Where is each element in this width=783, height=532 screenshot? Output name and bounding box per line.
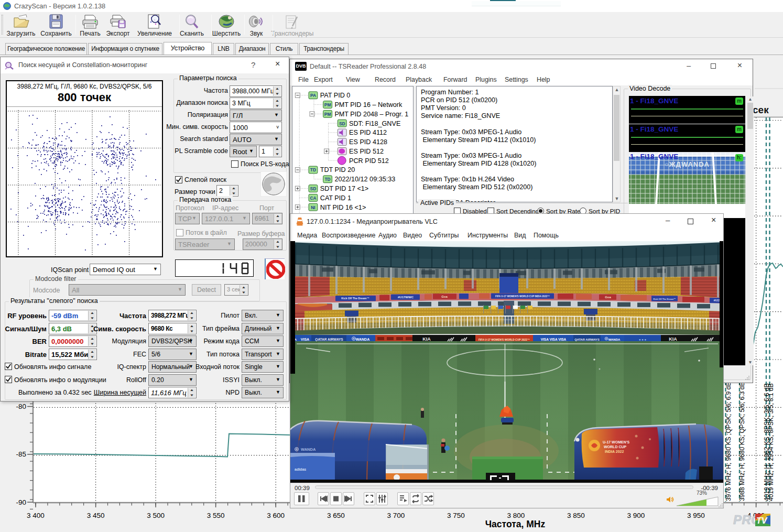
svg-text:ES PID 4128: ES PID 4128 <box>349 138 387 146</box>
svg-text:ES PID 512: ES PID 512 <box>349 148 384 155</box>
svg-text:VISA VISA VISA: VISA VISA VISA <box>541 338 567 341</box>
svg-text:2022/10/12 09:35:33: 2022/10/12 09:35:33 <box>334 176 395 183</box>
svg-text:SD: SD <box>310 186 317 191</box>
svg-text:3 450: 3 450 <box>87 512 105 519</box>
svg-text:NIT PID 16 <1>: NIT PID 16 <1> <box>320 204 366 211</box>
svg-text:Goa: Goa <box>605 296 611 299</box>
svg-text:U-17 WOMEN'S: U-17 WOMEN'S <box>603 440 629 444</box>
svg-text:PMT PID 2048 – Progr. 1: PMT PID 2048 – Progr. 1 <box>334 111 408 118</box>
svg-text:QATAR AIRWAYS: QATAR AIRWAYS <box>574 338 600 341</box>
svg-text:CAT PID 1: CAT PID 1 <box>320 194 351 202</box>
svg-text:NI: NI <box>311 205 315 210</box>
svg-text:SDT: Fi18_GNVE: SDT: Fi18_GNVE <box>349 120 400 127</box>
svg-text:Goa: Goa <box>441 295 448 298</box>
svg-text:3 800: 3 800 <box>507 512 525 519</box>
svg-text:CA: CA <box>310 196 316 201</box>
svg-text:PM: PM <box>324 112 331 117</box>
svg-text:WANDA: WANDA <box>356 338 369 341</box>
svg-text:Частота, MHz: Частота, MHz <box>485 519 546 529</box>
svg-text:QATAR AIRWAYS: QATAR AIRWAYS <box>315 338 343 342</box>
svg-text:PM: PM <box>324 102 331 107</box>
svg-text:WANDA: WANDA <box>608 338 621 341</box>
svg-text:3 550: 3 550 <box>207 512 225 519</box>
svg-text:#U17WWC: #U17WWC <box>398 296 414 299</box>
svg-text:Kick Off The Dream™: Kick Off The Dream™ <box>341 297 369 300</box>
svg-text:3988 MHz; H; 9680 KS; QPSK; 5/: 3988 MHz; H; 9680 KS; QPSK; 5/6; 6.3 dB <box>738 382 746 501</box>
svg-text:3 600: 3 600 <box>267 512 285 519</box>
svg-text:FIFA U-17 WOMEN'S WORLD CUP 20: FIFA U-17 WOMEN'S WORLD CUP 2022™ <box>478 338 530 341</box>
svg-text:3 850: 3 850 <box>567 512 585 519</box>
svg-text:3976 MHz; H; 9680 KS ;QPSK; 5/: 3976 MHz; H; 9680 KS ;QPSK; 5/6; 6.9 dB <box>725 382 732 501</box>
svg-text:INDIA 2022: INDIA 2022 <box>605 450 624 453</box>
svg-text:SD: SD <box>339 121 345 126</box>
svg-text:KIA: KIA <box>669 336 677 342</box>
svg-text:FIFA U-17 WOMEN'S WORLD CUP I: FIFA U-17 WOMEN'S WORLD CUP INDIA 2022™ <box>495 295 550 298</box>
svg-text:WORLD CUP: WORLD CUP <box>604 445 626 449</box>
svg-text:adidas: adidas <box>295 468 306 471</box>
svg-text:SDT PID 17 <1>: SDT PID 17 <1> <box>320 185 368 192</box>
svg-text:3 400: 3 400 <box>27 512 45 519</box>
svg-text:KIA: KIA <box>422 336 431 342</box>
svg-text:3 500: 3 500 <box>147 512 165 519</box>
svg-text:-85: -85 <box>16 450 26 458</box>
svg-text:PMT PID 16 – Network: PMT PID 16 – Network <box>334 101 403 108</box>
svg-text:PCR PID 512: PCR PID 512 <box>349 157 389 165</box>
svg-text:ES PID 4112: ES PID 4112 <box>349 129 387 136</box>
svg-text:-80: -80 <box>16 403 26 410</box>
svg-text:сек: сек <box>753 104 769 115</box>
svg-text:VISA: VISA <box>301 338 309 341</box>
svg-text:WANDA: WANDA <box>301 447 316 452</box>
svg-text:● ● ●: ● ● ● <box>639 338 647 341</box>
svg-text:TD: TD <box>325 177 331 182</box>
svg-text:3 650: 3 650 <box>327 512 345 519</box>
svg-text:TD: TD <box>310 167 316 172</box>
svg-text:Kick Off The Dream™: Kick Off The Dream™ <box>653 298 676 300</box>
svg-text:3 700: 3 700 <box>387 512 405 519</box>
svg-text:TV: TV <box>756 516 768 525</box>
svg-text:3 900: 3 900 <box>627 512 645 519</box>
svg-text:3 750: 3 750 <box>447 512 465 519</box>
svg-text:3 950: 3 950 <box>687 512 705 519</box>
svg-text:PA: PA <box>310 93 316 98</box>
svg-text:PAT PID 0: PAT PID 0 <box>320 92 351 99</box>
svg-text:#U17: #U17 <box>714 299 721 302</box>
svg-text:TDT PID 20: TDT PID 20 <box>320 166 355 173</box>
svg-text:-90: -90 <box>16 498 26 506</box>
svg-text:4019 MHz; H; 2954 KS; 8PSK; 3/: 4019 MHz; H; 2954 KS; 8PSK; 3/5; 8.1 dB <box>767 383 775 501</box>
